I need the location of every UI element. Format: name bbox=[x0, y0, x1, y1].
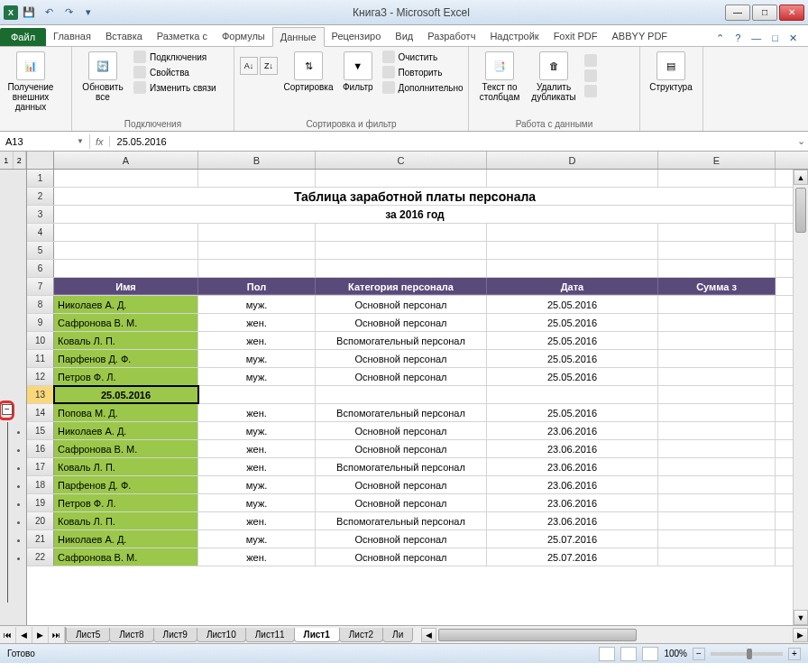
sort-az-button[interactable]: A↓ bbox=[240, 57, 258, 75]
cell[interactable]: 23.06.2016 bbox=[487, 458, 658, 475]
cell[interactable]: 25.07.2016 bbox=[487, 530, 658, 548]
consolidate-button[interactable] bbox=[583, 69, 599, 83]
cell[interactable]: муж. bbox=[198, 494, 316, 511]
validation-button[interactable] bbox=[583, 53, 599, 68]
row-header[interactable]: 1 bbox=[27, 170, 54, 187]
cell[interactable]: 25.05.2016 bbox=[487, 404, 658, 421]
scroll-thumb[interactable] bbox=[795, 188, 806, 233]
outline-level-2[interactable]: 2 bbox=[14, 152, 27, 169]
cell[interactable]: 25.07.2016 bbox=[487, 548, 658, 566]
save-icon[interactable]: 💾 bbox=[20, 4, 38, 22]
chevron-down-icon[interactable]: ▼ bbox=[77, 137, 84, 145]
sheet-tab[interactable]: Лист8 bbox=[109, 628, 153, 642]
cell[interactable] bbox=[658, 224, 776, 241]
cell[interactable] bbox=[658, 494, 776, 511]
doc-restore-icon[interactable]: □ bbox=[768, 31, 782, 46]
cell[interactable]: 25.05.2016 bbox=[487, 314, 658, 331]
cell[interactable] bbox=[198, 170, 316, 187]
cell[interactable]: Петров Ф. Л. bbox=[54, 494, 198, 511]
cell[interactable] bbox=[316, 170, 487, 187]
select-all-corner[interactable] bbox=[27, 152, 54, 169]
remove-duplicates-button[interactable]: 🗑 Удалить дубликаты bbox=[528, 50, 579, 104]
sheet-tab[interactable]: Лист9 bbox=[153, 628, 197, 642]
cell[interactable]: Коваль Л. П. bbox=[54, 332, 198, 349]
cell[interactable] bbox=[658, 422, 776, 439]
ribbon-tab[interactable]: Разметка с bbox=[150, 27, 215, 46]
zoom-out-button[interactable]: − bbox=[693, 648, 705, 660]
row-header[interactable]: 12 bbox=[27, 368, 54, 385]
row-header[interactable]: 15 bbox=[27, 422, 54, 439]
cell[interactable] bbox=[658, 332, 776, 349]
structure-button[interactable]: ▤ Структура bbox=[646, 50, 696, 94]
cell[interactable] bbox=[198, 224, 316, 241]
cell[interactable] bbox=[198, 386, 316, 403]
ribbon-tab[interactable]: Формулы bbox=[215, 27, 272, 46]
cell[interactable] bbox=[54, 260, 198, 277]
connections-button[interactable]: Подключения bbox=[132, 50, 218, 64]
row-header[interactable]: 22 bbox=[27, 548, 54, 566]
cell[interactable] bbox=[658, 404, 776, 421]
cell[interactable] bbox=[658, 476, 776, 493]
sheet-tab[interactable]: Лист1 bbox=[294, 628, 340, 642]
cell[interactable] bbox=[658, 260, 776, 277]
undo-icon[interactable]: ↶ bbox=[40, 4, 58, 22]
cell[interactable]: Сафронова В. М. bbox=[54, 314, 198, 331]
cell[interactable]: муж. bbox=[198, 476, 316, 493]
cell[interactable]: Попова М. Д. bbox=[54, 404, 198, 421]
external-data-button[interactable]: 📊 Получение внешних данных bbox=[5, 50, 56, 114]
cell[interactable]: 25.05.2016 bbox=[487, 332, 658, 349]
ribbon-tab[interactable]: Главная bbox=[46, 27, 98, 46]
ribbon-tab[interactable]: Рецензиро bbox=[325, 27, 389, 46]
sheet-tab[interactable]: Лист5 bbox=[66, 628, 110, 642]
edit-links-button[interactable]: Изменить связи bbox=[132, 80, 218, 95]
hscroll-thumb[interactable] bbox=[438, 629, 637, 641]
row-header[interactable]: 5 bbox=[27, 242, 54, 259]
cell[interactable]: муж. bbox=[198, 368, 316, 385]
cell[interactable]: жен. bbox=[198, 314, 316, 331]
ribbon-tab[interactable]: ABBYY PDF bbox=[605, 27, 675, 46]
name-box[interactable]: A13 ▼ bbox=[0, 134, 90, 149]
header-cell[interactable]: Дата bbox=[487, 278, 658, 295]
header-cell[interactable]: Сумма з bbox=[658, 278, 776, 295]
filter-button[interactable]: ▼ Фильтр bbox=[339, 50, 377, 94]
cell[interactable]: Вспомогательный персонал bbox=[316, 404, 487, 421]
header-cell[interactable]: Категория персонала bbox=[316, 278, 487, 295]
prev-sheet-button[interactable]: ◀ bbox=[16, 627, 32, 643]
cell[interactable]: Коваль Л. П. bbox=[54, 512, 198, 529]
cell[interactable] bbox=[658, 350, 776, 367]
doc-minimize-icon[interactable]: — bbox=[748, 31, 765, 46]
row-header[interactable]: 18 bbox=[27, 476, 54, 493]
help-icon[interactable]: ? bbox=[731, 31, 744, 46]
ribbon-tab[interactable]: Вставка bbox=[98, 27, 150, 46]
row-header[interactable]: 20 bbox=[27, 512, 54, 529]
qat-more-icon[interactable]: ▾ bbox=[79, 4, 97, 22]
cell[interactable]: Основной персонал bbox=[316, 530, 487, 548]
sort-za-button[interactable]: Z↓ bbox=[260, 57, 278, 75]
subtitle-cell[interactable]: за 2016 год bbox=[54, 206, 776, 223]
cell[interactable] bbox=[198, 260, 316, 277]
cell[interactable]: Сафронова В. М. bbox=[54, 548, 198, 566]
cell[interactable]: 23.06.2016 bbox=[487, 476, 658, 493]
cell[interactable]: 23.06.2016 bbox=[487, 440, 658, 457]
cell[interactable]: Николаев А. Д. bbox=[54, 422, 198, 439]
cell[interactable]: Основной персонал bbox=[316, 350, 487, 367]
header-cell[interactable]: Имя bbox=[54, 278, 198, 295]
cell[interactable] bbox=[198, 242, 316, 259]
cell[interactable]: Основной персонал bbox=[316, 494, 487, 511]
cell[interactable] bbox=[487, 242, 658, 259]
next-sheet-button[interactable]: ▶ bbox=[32, 627, 49, 643]
cell[interactable]: жен. bbox=[198, 458, 316, 475]
row-header[interactable]: 4 bbox=[27, 224, 54, 241]
cell[interactable] bbox=[487, 260, 658, 277]
ribbon-tab[interactable]: Вид bbox=[388, 27, 420, 46]
close-button[interactable]: ✕ bbox=[779, 5, 804, 21]
whatif-button[interactable] bbox=[583, 84, 599, 98]
vertical-scrollbar[interactable]: ▲ ▼ bbox=[793, 170, 808, 625]
cell[interactable]: Сафронова В. М. bbox=[54, 440, 198, 457]
zoom-thumb[interactable] bbox=[747, 649, 752, 659]
cell[interactable] bbox=[54, 242, 198, 259]
reapply-button[interactable]: Повторить bbox=[381, 65, 465, 79]
cell[interactable] bbox=[658, 296, 776, 313]
cell[interactable]: Петров Ф. Л. bbox=[54, 368, 198, 385]
column-header-e[interactable]: E bbox=[658, 152, 776, 169]
